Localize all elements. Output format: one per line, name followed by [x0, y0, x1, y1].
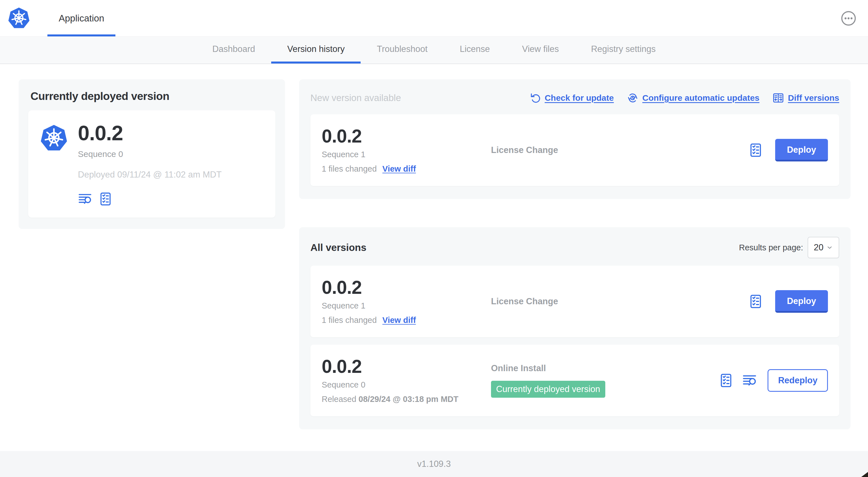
ellipsis-circle-icon	[840, 9, 857, 27]
files-changed-label: 1 files changed	[322, 316, 377, 325]
results-per-page-label: Results per page:	[739, 243, 803, 252]
version-info: 0.0.2 Sequence 1 1 files changed View di…	[322, 278, 491, 325]
app-tab-label: Application	[59, 13, 104, 24]
configure-automatic-updates-label: Configure automatic updates	[642, 93, 760, 103]
cursor-artifact	[861, 472, 868, 477]
all-versions-section: All versions Results per page: 20 0.0.2 …	[299, 227, 850, 429]
deployed-version-icon-actions	[78, 192, 221, 206]
version-sequence: Sequence 0	[322, 380, 491, 389]
configure-automatic-updates-link[interactable]: Configure automatic updates	[627, 92, 760, 104]
version-row-actions: Redeploy	[718, 369, 828, 392]
version-info: 0.0.2 Sequence 0 Released 08/29/24 @ 03:…	[322, 357, 491, 404]
version-source: Online Install Currently deployed versio…	[491, 363, 718, 398]
version-row-actions: Deploy	[748, 139, 828, 161]
deploy-button[interactable]: Deploy	[775, 290, 828, 313]
currently-deployed-panel: Currently deployed version 0.0.2 Sequenc…	[19, 79, 285, 229]
app-nav: Dashboard Version history Troubleshoot L…	[0, 37, 868, 64]
logs-icon[interactable]	[78, 192, 93, 206]
tab-dashboard[interactable]: Dashboard	[196, 37, 271, 63]
deployed-version-sequence: Sequence 0	[78, 149, 221, 159]
version-row-actions: Deploy	[748, 290, 828, 313]
version-source-label: License Change	[491, 145, 748, 155]
all-versions-header: All versions Results per page: 20	[310, 237, 839, 258]
view-diff-link[interactable]: View diff	[382, 316, 416, 325]
released-date: 08/29/24 @ 03:18 pm MDT	[359, 395, 459, 404]
version-number: 0.0.2	[322, 278, 491, 297]
config-checklist-icon[interactable]	[748, 294, 763, 309]
deployed-version-number: 0.0.2	[78, 123, 221, 144]
results-per-page-value: 20	[814, 242, 824, 252]
tab-view-files[interactable]: View files	[506, 37, 575, 63]
diff-icon	[772, 92, 784, 104]
version-number: 0.0.2	[322, 357, 491, 376]
new-version-section: New version available Check for update C…	[299, 79, 850, 199]
version-source: License Change	[491, 145, 748, 155]
diff-versions-label: Diff versions	[788, 93, 839, 103]
tab-license[interactable]: License	[443, 37, 506, 63]
deployed-version-timestamp: Deployed 09/11/24 @ 11:02 am MDT	[78, 170, 221, 180]
version-source-label: Online Install	[491, 363, 718, 374]
refresh-icon	[529, 92, 541, 104]
version-source-label: License Change	[491, 296, 748, 306]
kubernetes-logo-icon	[7, 7, 30, 30]
results-per-page: Results per page: 20	[739, 237, 839, 258]
new-version-title: New version available	[310, 93, 401, 103]
view-diff-link[interactable]: View diff	[382, 164, 416, 174]
main-content: Currently deployed version 0.0.2 Sequenc…	[0, 64, 868, 429]
diff-versions-link[interactable]: Diff versions	[772, 92, 839, 104]
version-row: 0.0.2 Sequence 1 1 files changed View di…	[310, 266, 839, 337]
files-changed-row: 1 files changed View diff	[322, 164, 491, 174]
all-versions-title: All versions	[310, 242, 366, 253]
files-changed-row: 1 files changed View diff	[322, 316, 491, 325]
version-info: 0.0.2 Sequence 1 1 files changed View di…	[322, 127, 491, 174]
config-checklist-icon[interactable]	[748, 143, 763, 158]
deployed-version-body: 0.0.2 Sequence 0 Deployed 09/11/24 @ 11:…	[78, 123, 221, 206]
version-sequence: Sequence 1	[322, 150, 491, 159]
tab-troubleshoot[interactable]: Troubleshoot	[361, 37, 443, 63]
files-changed-label: 1 files changed	[322, 164, 377, 174]
console-version: v1.109.3	[417, 459, 451, 469]
new-version-section-header: New version available Check for update C…	[310, 89, 839, 107]
version-source: License Change	[491, 296, 748, 306]
config-checklist-icon[interactable]	[98, 192, 113, 206]
app-tab[interactable]: Application	[48, 0, 116, 36]
tab-version-history[interactable]: Version history	[271, 37, 361, 63]
auto-update-clock-icon	[627, 92, 639, 104]
app-tab-active-underline	[48, 34, 116, 36]
app-header: Application	[0, 0, 868, 37]
version-sequence: Sequence 1	[322, 301, 491, 310]
deploy-button[interactable]: Deploy	[775, 139, 828, 161]
redeploy-button[interactable]: Redeploy	[768, 369, 828, 392]
right-column: New version available Check for update C…	[299, 79, 850, 429]
version-released: Released 08/29/24 @ 03:18 pm MDT	[322, 395, 491, 404]
logs-icon[interactable]	[742, 373, 757, 388]
version-row: 0.0.2 Sequence 0 Released 08/29/24 @ 03:…	[310, 345, 839, 416]
results-per-page-select[interactable]: 20	[808, 237, 839, 258]
version-number: 0.0.2	[322, 127, 491, 145]
config-checklist-icon[interactable]	[718, 373, 734, 388]
currently-deployed-badge: Currently deployed version	[491, 381, 605, 398]
more-options-button[interactable]	[840, 9, 857, 27]
check-for-update-label: Check for update	[545, 93, 614, 103]
app-footer: v1.109.3	[0, 451, 868, 477]
update-actions: Check for update Configure automatic upd…	[529, 92, 839, 104]
chevron-down-icon	[826, 244, 833, 251]
kubernetes-logo-icon	[39, 124, 68, 153]
deployed-version-card: 0.0.2 Sequence 0 Deployed 09/11/24 @ 11:…	[28, 110, 275, 218]
new-version-row: 0.0.2 Sequence 1 1 files changed View di…	[310, 114, 839, 186]
currently-deployed-title: Currently deployed version	[30, 90, 275, 102]
check-for-update-link[interactable]: Check for update	[529, 92, 614, 104]
tab-registry-settings[interactable]: Registry settings	[575, 37, 672, 63]
released-prefix: Released	[322, 395, 356, 404]
